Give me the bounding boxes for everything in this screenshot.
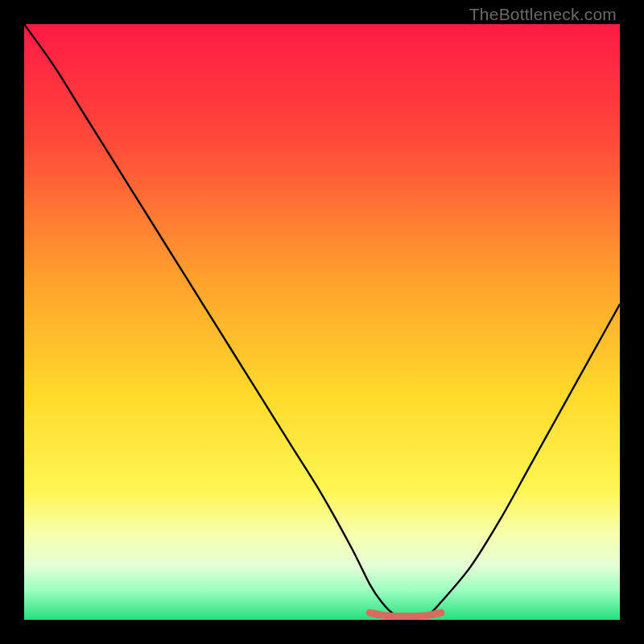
plot-area (24, 24, 620, 620)
chart-frame: TheBottleneck.com (0, 0, 644, 644)
watermark-text: TheBottleneck.com (469, 5, 617, 24)
bottleneck-curve (24, 24, 620, 617)
curve-layer (24, 24, 620, 620)
optimal-band (369, 613, 441, 617)
